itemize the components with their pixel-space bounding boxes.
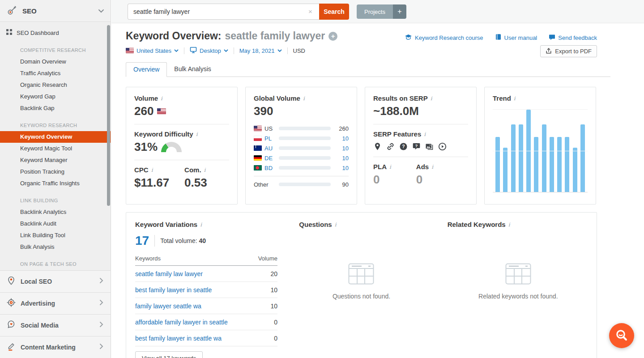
country-volume[interactable]: 10 xyxy=(335,165,349,171)
trend-bar xyxy=(573,148,577,192)
sidebar-item-local-seo[interactable]: Local SEO xyxy=(0,270,111,292)
people-also-ask-icon[interactable]: ? xyxy=(399,142,408,151)
trend-card: Trendi xyxy=(484,87,596,205)
keyword-difficulty-title: Keyword Difficulty xyxy=(134,130,193,138)
sidebar: SEO SEO Dashboard COMPETITIVE RESEARCH D… xyxy=(0,0,111,358)
empty-table-icon xyxy=(348,263,374,285)
sidebar-item-seo-dashboard[interactable]: SEO Dashboard xyxy=(0,27,111,39)
country-code[interactable]: DE xyxy=(264,155,273,162)
volume-bar xyxy=(279,183,331,186)
keyword-link[interactable]: seattle family law lawyer xyxy=(135,270,203,277)
keyword-link[interactable]: affordable family lawyer in seattle xyxy=(135,319,228,326)
send-feedback-link[interactable]: Send feedback xyxy=(549,34,597,42)
country-volume[interactable]: 10 xyxy=(335,155,349,162)
sidebar-item-link-building-tool[interactable]: Link Building Tool xyxy=(0,230,111,241)
sidebar-item-keyword-manager[interactable]: Keyword Manager xyxy=(0,154,111,166)
sidebar-item-keyword-magic-tool[interactable]: Keyword Magic Tool xyxy=(0,143,111,154)
tab-bulk-analysis[interactable]: Bulk Analysis xyxy=(167,62,218,77)
tab-overview[interactable]: Overview xyxy=(126,62,167,77)
faq-icon[interactable]: ? xyxy=(412,142,421,151)
country-code[interactable]: PL xyxy=(264,135,272,142)
other-label: Other xyxy=(254,181,269,188)
search-input[interactable] xyxy=(128,4,319,20)
device-selector[interactable]: Desktop xyxy=(190,47,228,55)
country-code[interactable]: BD xyxy=(264,165,273,171)
chevron-right-icon xyxy=(99,277,103,286)
table-row: best family lawyer in seattle10 xyxy=(135,282,277,298)
info-icon[interactable]: i xyxy=(196,131,198,137)
date-selector[interactable]: May 18, 2021 xyxy=(239,47,282,54)
sidebar-item-traffic-analytics[interactable]: Traffic Analytics xyxy=(0,68,111,79)
info-icon[interactable]: i xyxy=(514,95,516,102)
country-code[interactable]: AU xyxy=(264,145,273,152)
add-keyword-icon[interactable]: + xyxy=(328,32,337,41)
sidebar-item-keyword-overview[interactable]: Keyword Overview xyxy=(0,131,111,143)
info-icon[interactable]: i xyxy=(204,167,206,173)
trend-bar xyxy=(511,124,516,192)
sidebar-item-bulk-analysis[interactable]: Bulk Analysis xyxy=(0,241,111,253)
trend-bar xyxy=(534,137,538,192)
country-selector[interactable]: United States xyxy=(126,47,179,54)
graduation-cap-icon xyxy=(405,34,412,42)
sidebar-item-backlink-audit[interactable]: Backlink Audit xyxy=(0,218,111,230)
image-pack-icon[interactable] xyxy=(425,142,434,151)
monitor-icon xyxy=(190,47,197,55)
trend-bar xyxy=(495,137,500,192)
us-flag-icon xyxy=(254,126,262,131)
info-icon[interactable]: i xyxy=(508,222,510,228)
info-icon[interactable]: i xyxy=(424,131,426,137)
keyword-research-course-link[interactable]: Keyword Research course xyxy=(405,34,483,42)
info-icon[interactable]: i xyxy=(431,164,433,170)
country-volume[interactable]: 10 xyxy=(335,135,349,142)
trend-bar xyxy=(557,137,562,192)
export-to-pdf-button[interactable]: Export to PDF xyxy=(540,45,597,57)
view-all-keywords-button[interactable]: View all 17 keywords xyxy=(135,351,203,358)
projects-button[interactable]: Projects xyxy=(357,4,393,19)
link-label: Send feedback xyxy=(558,34,597,41)
sidebar-item-label: Advertising xyxy=(21,300,99,307)
keyword-link[interactable]: family lawyer seattle wa xyxy=(135,303,201,310)
related-keywords-section: Related Keywordsi Related keywords not f… xyxy=(440,221,597,358)
keyword-variations-title: Keyword Variations xyxy=(135,221,197,228)
trend-bar xyxy=(519,124,523,192)
trend-bar xyxy=(542,124,546,192)
keywords-column-header: Keywords xyxy=(135,255,161,262)
sidebar-section-competitive-research: COMPETITIVE RESEARCH xyxy=(0,44,111,56)
info-icon[interactable]: i xyxy=(389,164,391,170)
info-icon[interactable]: i xyxy=(151,167,153,173)
sidebar-item-domain-overview[interactable]: Domain Overview xyxy=(0,56,111,68)
global-volume-value: 390 xyxy=(254,104,349,118)
sidebar-item-organic-traffic-insights[interactable]: Organic Traffic Insights xyxy=(0,178,111,189)
info-icon[interactable]: i xyxy=(431,95,432,102)
info-icon[interactable]: i xyxy=(200,222,202,228)
keyword-link[interactable]: best family lawyer in seattle wa xyxy=(135,335,222,342)
info-icon[interactable]: i xyxy=(335,222,337,228)
clear-icon[interactable]: × xyxy=(308,8,312,15)
chevron-right-icon xyxy=(99,321,103,329)
video-icon[interactable] xyxy=(438,142,447,151)
country-volume[interactable]: 10 xyxy=(335,145,349,152)
chat-button[interactable] xyxy=(609,323,634,348)
sidebar-item-content-marketing[interactable]: Content Marketing xyxy=(0,336,111,358)
sidebar-item-organic-research[interactable]: Organic Research xyxy=(0,79,111,91)
sidebar-scrollbar[interactable] xyxy=(107,25,110,206)
sidebar-item-backlink-gap[interactable]: Backlink Gap xyxy=(0,102,111,114)
sidebar-item-social-media[interactable]: Social Media xyxy=(0,314,111,336)
country-volume: 260 xyxy=(335,125,349,132)
sidebar-item-backlink-analytics[interactable]: Backlink Analytics xyxy=(0,206,111,218)
sidebar-header[interactable]: SEO xyxy=(0,0,111,22)
sidebar-item-advertising[interactable]: Advertising xyxy=(0,292,111,314)
other-volume: 90 xyxy=(335,181,349,188)
target-icon xyxy=(6,298,16,309)
sidebar-item-position-tracking[interactable]: Position Tracking xyxy=(0,166,111,178)
add-project-button[interactable]: + xyxy=(393,4,406,19)
local-pack-icon[interactable] xyxy=(373,142,382,151)
sitelinks-icon[interactable] xyxy=(386,142,395,151)
info-icon[interactable]: i xyxy=(303,95,305,102)
search-button[interactable]: Search xyxy=(319,4,349,20)
sidebar-item-keyword-gap[interactable]: Keyword Gap xyxy=(0,91,111,102)
keyword-link[interactable]: best family lawyer in seattle xyxy=(135,286,212,294)
user-manual-link[interactable]: User manual xyxy=(495,34,537,42)
info-icon[interactable]: i xyxy=(161,95,162,102)
table-row: affordable family lawyer in seattle0 xyxy=(135,314,277,330)
